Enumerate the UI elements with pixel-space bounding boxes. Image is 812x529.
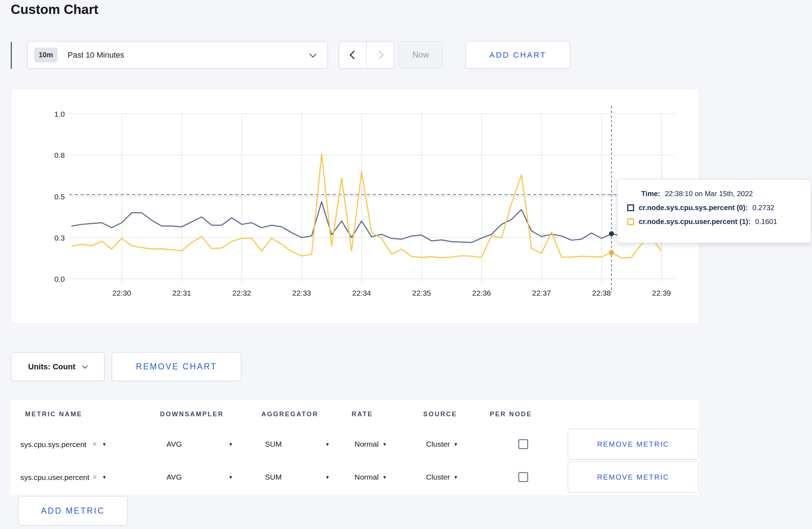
- per-node-checkbox[interactable]: [518, 472, 528, 482]
- source-select[interactable]: Cluster ▼: [426, 440, 458, 448]
- y-axis-label: 0.3: [54, 234, 65, 242]
- x-axis-label: 22:35: [412, 289, 431, 297]
- source-select[interactable]: Cluster ▼: [426, 473, 458, 481]
- aggregator-select[interactable]: SUM: [265, 473, 282, 481]
- remove-metric-button[interactable]: REMOVE METRIC: [568, 429, 699, 460]
- tooltip-sys-label: cr.node.sys.cpu.sys.percent (0):: [639, 204, 748, 212]
- tooltip-time-label: Time:: [641, 190, 660, 198]
- time-range-label: Past 10 Minutes: [68, 50, 124, 60]
- caret-down-icon: ▼: [228, 475, 233, 480]
- source-value: Cluster: [426, 440, 450, 448]
- per-node-checkbox[interactable]: [518, 440, 528, 449]
- col-header-aggregator: AGGREGATOR: [261, 411, 318, 418]
- tooltip-time-value: 22:38:10 on Mar 15th, 2022: [665, 190, 753, 198]
- x-axis-label: 22:37: [532, 289, 551, 297]
- remove-chart-button[interactable]: REMOVE CHART: [112, 352, 241, 381]
- x-axis-label: 22:38: [592, 289, 611, 297]
- x-axis-label: 22:34: [352, 289, 371, 297]
- x-axis-label: 22:31: [172, 289, 191, 297]
- time-range-badge: 10m: [34, 48, 58, 62]
- now-button[interactable]: Now: [399, 41, 443, 69]
- downsampler-value: AVG: [166, 473, 182, 481]
- hover-dot-user: [609, 250, 614, 255]
- series-line-user: [72, 154, 661, 258]
- add-chart-button[interactable]: ADD CHART: [465, 41, 570, 69]
- prev-time-button[interactable]: [339, 42, 367, 68]
- user-series-swatch-icon: [627, 218, 634, 225]
- downsampler-select[interactable]: AVG: [166, 440, 182, 448]
- metric-name-value: sys.cpu.sys.percent: [20, 440, 86, 448]
- add-metric-button[interactable]: ADD METRIC: [18, 496, 127, 525]
- col-header-per-node: PER NODE: [490, 411, 532, 418]
- caret-down-icon: ▼: [102, 442, 107, 447]
- aggregator-caret[interactable]: ▼: [325, 475, 330, 480]
- metric-row: sys.cpu.user.percent × ▼ AVG ▼ SUM ▼ Nor…: [11, 461, 699, 493]
- x-axis-label: 22:33: [292, 289, 311, 297]
- remove-metric-button[interactable]: REMOVE METRIC: [568, 462, 699, 492]
- metric-row: sys.cpu.sys.percent × ▼ AVG ▼ SUM ▼ Norm…: [11, 428, 699, 460]
- series-line-sys: [72, 202, 621, 243]
- downsampler-caret[interactable]: ▼: [228, 475, 233, 480]
- downsampler-select[interactable]: AVG: [166, 473, 182, 481]
- caret-down-icon: ▼: [228, 442, 233, 447]
- caret-down-icon: ▼: [325, 442, 330, 447]
- x-axis-label: 22:39: [652, 289, 671, 297]
- units-label: Units: Count: [28, 362, 76, 372]
- chevron-down-icon: [82, 363, 88, 369]
- units-select[interactable]: Units: Count: [11, 352, 105, 381]
- chevron-right-icon: [375, 50, 383, 59]
- downsampler-caret[interactable]: ▼: [228, 442, 233, 447]
- aggregator-value: SUM: [265, 440, 282, 448]
- rate-select[interactable]: Normal ▼: [354, 473, 387, 481]
- caret-down-icon: ▼: [454, 475, 458, 480]
- caret-down-icon: ▼: [102, 475, 107, 480]
- clear-metric-icon[interactable]: ×: [92, 472, 97, 482]
- next-time-button[interactable]: [367, 42, 394, 68]
- caret-down-icon: ▼: [382, 475, 387, 480]
- chart-tooltip: Time: 22:38:10 on Mar 15th, 2022 cr.node…: [617, 179, 811, 243]
- metrics-table: METRIC NAME DOWNSAMPLER AGGREGATOR RATE …: [11, 400, 699, 495]
- aggregator-value: SUM: [265, 473, 282, 481]
- y-axis-label: 0.5: [54, 193, 65, 201]
- source-value: Cluster: [426, 473, 450, 481]
- chevron-down-icon: [309, 50, 316, 58]
- aggregator-select[interactable]: SUM: [265, 440, 282, 448]
- metric-name-value: sys.cpu.user.percent: [20, 473, 90, 481]
- toolbar-divider: [11, 42, 12, 69]
- clear-metric-icon[interactable]: ×: [92, 440, 97, 449]
- col-header-source: SOURCE: [423, 411, 457, 418]
- col-header-metric-name: METRIC NAME: [25, 411, 82, 418]
- x-axis-label: 22:32: [232, 289, 251, 297]
- sys-series-swatch-icon: [627, 204, 634, 211]
- hover-dot-sys: [609, 231, 614, 236]
- tooltip-user-label: cr.node.sys.cpu.user.percent (1):: [639, 218, 750, 226]
- y-axis-label: 0.0: [54, 275, 65, 283]
- caret-down-icon: ▼: [454, 442, 458, 447]
- rate-select[interactable]: Normal ▼: [354, 440, 387, 448]
- tooltip-sys-value: 0.2732: [753, 204, 774, 212]
- caret-down-icon: ▼: [325, 475, 330, 480]
- aggregator-caret[interactable]: ▼: [325, 442, 330, 447]
- col-header-rate: RATE: [352, 411, 373, 418]
- chart-card: 0.00.30.50.81.022:3022:3122:3222:3322:34…: [11, 88, 699, 324]
- caret-down-icon: ▼: [382, 442, 387, 447]
- metric-name-select[interactable]: sys.cpu.sys.percent × ▼: [20, 440, 107, 449]
- downsampler-value: AVG: [166, 440, 182, 448]
- rate-value: Normal: [354, 473, 379, 481]
- chart-plot[interactable]: 0.00.30.50.81.022:3022:3122:3222:3322:34…: [11, 89, 700, 324]
- time-pager: [339, 41, 394, 69]
- tooltip-user-value: 0.1601: [755, 218, 777, 226]
- page-title: Custom Chart: [11, 2, 98, 17]
- time-range-select[interactable]: 10m Past 10 Minutes: [27, 41, 328, 69]
- col-header-downsampler: DOWNSAMPLER: [160, 411, 224, 418]
- rate-value: Normal: [354, 440, 379, 448]
- x-axis-label: 22:30: [112, 289, 131, 297]
- y-axis-label: 0.8: [54, 151, 65, 159]
- chevron-left-icon: [349, 50, 358, 59]
- x-axis-label: 22:36: [472, 289, 491, 297]
- y-axis-label: 1.0: [54, 110, 65, 118]
- metric-name-select[interactable]: sys.cpu.user.percent × ▼: [20, 472, 107, 482]
